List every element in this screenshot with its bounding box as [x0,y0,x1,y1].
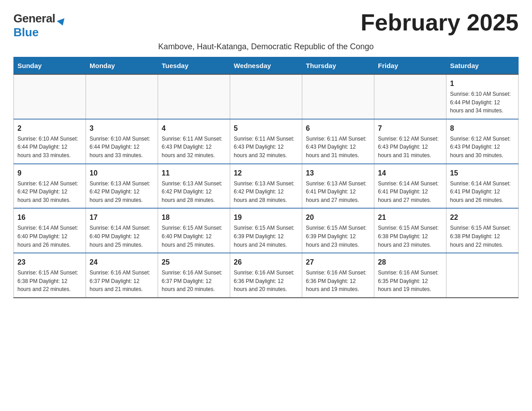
day-info: Sunrise: 6:16 AM Sunset: 6:36 PM Dayligh… [306,269,370,294]
calendar-cell [302,74,374,119]
day-number: 9 [17,168,82,179]
calendar-cell [158,74,230,119]
calendar-cell: 14Sunrise: 6:14 AM Sunset: 6:41 PM Dayli… [374,164,446,209]
day-number: 5 [234,123,298,134]
day-number: 22 [450,212,515,223]
calendar-cell: 15Sunrise: 6:14 AM Sunset: 6:41 PM Dayli… [446,164,519,209]
day-number: 20 [306,212,370,223]
day-info: Sunrise: 6:15 AM Sunset: 6:39 PM Dayligh… [234,224,298,249]
calendar-header-tuesday: Tuesday [158,57,230,75]
calendar-cell: 25Sunrise: 6:16 AM Sunset: 6:37 PM Dayli… [158,253,230,298]
calendar-header-sunday: Sunday [14,57,86,75]
day-number: 11 [162,168,226,179]
day-number: 18 [162,212,226,223]
calendar-header-saturday: Saturday [446,57,519,75]
day-number: 3 [90,123,154,134]
day-info: Sunrise: 6:15 AM Sunset: 6:38 PM Dayligh… [378,224,442,249]
day-info: Sunrise: 6:12 AM Sunset: 6:43 PM Dayligh… [378,135,442,160]
day-info: Sunrise: 6:11 AM Sunset: 6:43 PM Dayligh… [162,135,226,160]
calendar: SundayMondayTuesdayWednesdayThursdayFrid… [13,57,519,298]
calendar-cell: 7Sunrise: 6:12 AM Sunset: 6:43 PM Daylig… [374,119,446,164]
day-info: Sunrise: 6:14 AM Sunset: 6:40 PM Dayligh… [90,224,154,249]
calendar-cell: 10Sunrise: 6:13 AM Sunset: 6:42 PM Dayli… [86,164,158,209]
day-info: Sunrise: 6:10 AM Sunset: 6:44 PM Dayligh… [17,135,82,160]
calendar-header-monday: Monday [86,57,158,75]
day-number: 26 [234,257,298,268]
month-title: February 2025 [360,9,519,36]
day-info: Sunrise: 6:16 AM Sunset: 6:37 PM Dayligh… [90,269,154,294]
calendar-cell: 19Sunrise: 6:15 AM Sunset: 6:39 PM Dayli… [230,208,302,253]
day-number: 10 [90,168,154,179]
day-info: Sunrise: 6:13 AM Sunset: 6:42 PM Dayligh… [162,180,226,205]
day-info: Sunrise: 6:14 AM Sunset: 6:41 PM Dayligh… [378,180,442,205]
day-number: 13 [306,168,370,179]
calendar-cell: 16Sunrise: 6:14 AM Sunset: 6:40 PM Dayli… [14,208,86,253]
day-info: Sunrise: 6:10 AM Sunset: 6:44 PM Dayligh… [90,135,154,160]
day-info: Sunrise: 6:16 AM Sunset: 6:35 PM Dayligh… [378,269,442,294]
calendar-cell: 28Sunrise: 6:16 AM Sunset: 6:35 PM Dayli… [374,253,446,298]
calendar-header-thursday: Thursday [302,57,374,75]
logo-general-text: General [13,12,64,26]
logo-blue-text: Blue [13,26,39,39]
day-number: 21 [378,212,442,223]
calendar-cell: 13Sunrise: 6:13 AM Sunset: 6:41 PM Dayli… [302,164,374,209]
calendar-cell: 6Sunrise: 6:11 AM Sunset: 6:43 PM Daylig… [302,119,374,164]
day-number: 17 [90,212,154,223]
calendar-cell: 21Sunrise: 6:15 AM Sunset: 6:38 PM Dayli… [374,208,446,253]
calendar-cell: 26Sunrise: 6:16 AM Sunset: 6:36 PM Dayli… [230,253,302,298]
day-number: 15 [450,168,515,179]
day-number: 28 [378,257,442,268]
day-number: 2 [17,123,82,134]
day-info: Sunrise: 6:14 AM Sunset: 6:41 PM Dayligh… [450,180,515,205]
calendar-cell [14,74,86,119]
calendar-cell [446,253,519,298]
calendar-cell: 12Sunrise: 6:13 AM Sunset: 6:42 PM Dayli… [230,164,302,209]
calendar-cell [86,74,158,119]
logo: General Blue [13,9,64,39]
calendar-week-row: 2Sunrise: 6:10 AM Sunset: 6:44 PM Daylig… [14,119,519,164]
calendar-cell: 18Sunrise: 6:15 AM Sunset: 6:40 PM Dayli… [158,208,230,253]
day-info: Sunrise: 6:16 AM Sunset: 6:37 PM Dayligh… [162,269,226,294]
day-number: 6 [306,123,370,134]
day-number: 4 [162,123,226,134]
day-number: 27 [306,257,370,268]
calendar-week-row: 9Sunrise: 6:12 AM Sunset: 6:42 PM Daylig… [14,164,519,209]
day-number: 23 [17,257,82,268]
calendar-week-row: 1Sunrise: 6:10 AM Sunset: 6:44 PM Daylig… [14,74,519,119]
calendar-cell: 4Sunrise: 6:11 AM Sunset: 6:43 PM Daylig… [158,119,230,164]
calendar-cell: 22Sunrise: 6:15 AM Sunset: 6:38 PM Dayli… [446,208,519,253]
calendar-cell: 2Sunrise: 6:10 AM Sunset: 6:44 PM Daylig… [14,119,86,164]
calendar-cell: 23Sunrise: 6:15 AM Sunset: 6:38 PM Dayli… [14,253,86,298]
day-info: Sunrise: 6:15 AM Sunset: 6:38 PM Dayligh… [17,269,82,294]
day-info: Sunrise: 6:13 AM Sunset: 6:42 PM Dayligh… [234,180,298,205]
day-info: Sunrise: 6:11 AM Sunset: 6:43 PM Dayligh… [306,135,370,160]
day-number: 14 [378,168,442,179]
calendar-cell: 11Sunrise: 6:13 AM Sunset: 6:42 PM Dayli… [158,164,230,209]
calendar-cell: 1Sunrise: 6:10 AM Sunset: 6:44 PM Daylig… [446,74,519,119]
day-info: Sunrise: 6:15 AM Sunset: 6:39 PM Dayligh… [306,224,370,249]
day-info: Sunrise: 6:12 AM Sunset: 6:42 PM Dayligh… [17,180,82,205]
day-info: Sunrise: 6:11 AM Sunset: 6:43 PM Dayligh… [234,135,298,160]
header: General Blue February 2025 [13,9,519,39]
calendar-header-row: SundayMondayTuesdayWednesdayThursdayFrid… [14,57,519,75]
day-number: 7 [378,123,442,134]
day-info: Sunrise: 6:13 AM Sunset: 6:42 PM Dayligh… [90,180,154,205]
calendar-cell: 3Sunrise: 6:10 AM Sunset: 6:44 PM Daylig… [86,119,158,164]
day-number: 25 [162,257,226,268]
day-number: 8 [450,123,515,134]
subtitle: Kambove, Haut-Katanga, Democratic Republ… [13,42,519,51]
calendar-cell [230,74,302,119]
day-number: 24 [90,257,154,268]
day-info: Sunrise: 6:15 AM Sunset: 6:40 PM Dayligh… [162,224,226,249]
calendar-header-wednesday: Wednesday [230,57,302,75]
calendar-cell: 9Sunrise: 6:12 AM Sunset: 6:42 PM Daylig… [14,164,86,209]
day-number: 12 [234,168,298,179]
day-number: 1 [450,78,515,89]
day-info: Sunrise: 6:15 AM Sunset: 6:38 PM Dayligh… [450,224,515,249]
calendar-cell [374,74,446,119]
calendar-cell: 24Sunrise: 6:16 AM Sunset: 6:37 PM Dayli… [86,253,158,298]
calendar-cell: 5Sunrise: 6:11 AM Sunset: 6:43 PM Daylig… [230,119,302,164]
calendar-cell: 17Sunrise: 6:14 AM Sunset: 6:40 PM Dayli… [86,208,158,253]
day-number: 16 [17,212,82,223]
calendar-cell: 20Sunrise: 6:15 AM Sunset: 6:39 PM Dayli… [302,208,374,253]
